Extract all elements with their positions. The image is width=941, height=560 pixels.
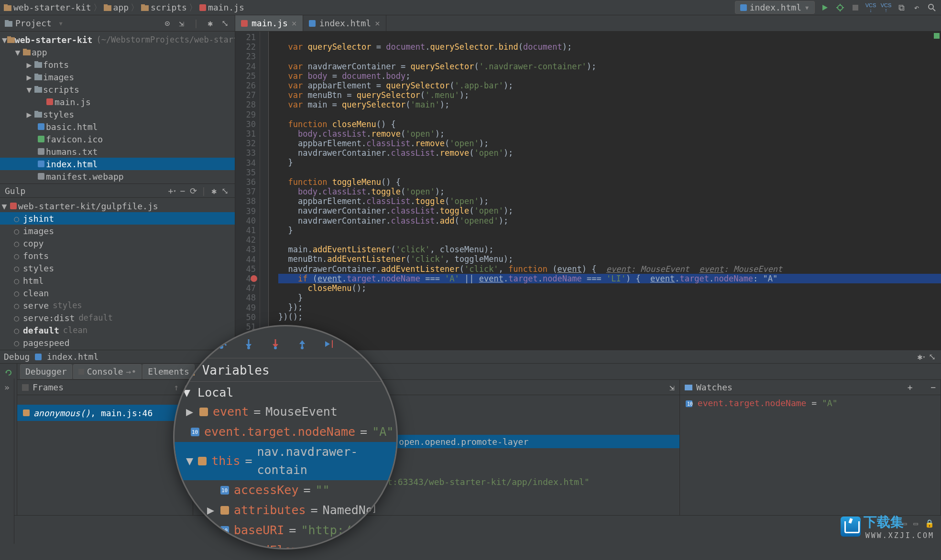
frames-pane: Frames↑↓ anonymous(), main.js:46 — [17, 380, 193, 515]
svg-rect-66 — [685, 385, 692, 390]
revert-icon[interactable]: ↶ — [911, 2, 922, 13]
svg-rect-83 — [199, 408, 208, 416]
tab-debugger[interactable]: Debugger — [20, 364, 72, 379]
svg-rect-7 — [740, 4, 747, 11]
tab-elements[interactable]: Elements — [142, 364, 195, 379]
add-watch-icon[interactable]: + — [908, 382, 913, 392]
svg-point-70 — [219, 345, 223, 349]
chevron-right-icon: 〉 — [93, 2, 102, 13]
svg-rect-35 — [38, 161, 44, 167]
locate-icon[interactable]: ⊙ — [162, 18, 173, 29]
breadcrumb-item[interactable]: main.js — [199, 2, 244, 12]
breadcrumb-item[interactable]: app — [104, 2, 129, 12]
svg-rect-28 — [34, 86, 38, 88]
debug-title: Debug — [4, 352, 30, 362]
add-icon[interactable]: +▾ — [167, 185, 177, 196]
breadcrumb-item[interactable]: web-starter-kit — [4, 2, 91, 12]
search-icon[interactable] — [927, 2, 937, 13]
hide-icon[interactable]: ⤡ — [927, 352, 937, 362]
svg-rect-31 — [34, 111, 38, 113]
magnifier-overlay: ▭ Variables ▼ Local ▶ event = MouseEvent… — [173, 325, 398, 549]
gulp-panel-header[interactable]: Gulp +▾ − ⟳ | ✱ ⤡ — [0, 183, 235, 198]
vcs-commit-icon[interactable]: VCS↑ — [881, 2, 891, 13]
step-into-icon[interactable] — [241, 337, 256, 351]
watermark-logo-icon — [841, 517, 861, 537]
rerun-button[interactable] — [2, 366, 15, 379]
close-icon[interactable]: × — [292, 18, 297, 28]
svg-rect-20 — [7, 36, 11, 38]
gear-icon[interactable]: ✱ — [205, 18, 216, 29]
tab-index[interactable]: index.html× — [303, 15, 386, 31]
gear-icon[interactable]: ✱ — [209, 185, 219, 196]
svg-rect-51 — [78, 369, 84, 375]
breadcrumb-bar: web-starter-kit 〉 app 〉 scripts 〉 main.j… — [0, 0, 941, 15]
run-config-selector[interactable]: index.html ▾ — [735, 1, 815, 14]
svg-point-73 — [247, 346, 250, 349]
vcs-update-icon[interactable]: VCS↓ — [865, 2, 876, 13]
editor-tabs: main.js× index.html× — [235, 15, 941, 32]
gulp-tree[interactable]: ▼web-starter-kit/gulpfile.js ○jshint ○im… — [0, 198, 235, 350]
tab-mainjs[interactable]: main.js× — [235, 15, 303, 31]
run-to-cursor-icon[interactable] — [322, 337, 336, 351]
tab-console[interactable]: Console→• — [73, 364, 142, 379]
svg-marker-80 — [325, 341, 330, 347]
gear-icon[interactable]: ✱▾ — [916, 352, 927, 362]
code-area[interactable]: var querySelector = document.querySelect… — [269, 32, 941, 350]
svg-rect-52 — [22, 384, 29, 391]
svg-rect-53 — [23, 409, 30, 416]
project-tree[interactable]: ▼web-starter-kit(~/WebstormProjects/web-… — [0, 32, 235, 183]
svg-marker-8 — [822, 5, 828, 11]
svg-rect-92 — [220, 546, 229, 549]
svg-point-79 — [301, 346, 304, 349]
svg-point-76 — [274, 346, 277, 349]
svg-rect-14 — [853, 5, 858, 11]
watches-pane: Watches+ − 10 event.target.nodeName = "A… — [680, 380, 941, 515]
svg-line-16 — [933, 9, 935, 11]
svg-rect-42 — [35, 354, 42, 360]
hide-icon[interactable]: ⤡ — [219, 18, 230, 29]
prev-frame-icon[interactable]: ↑ — [174, 382, 179, 392]
toolbar-icon[interactable]: ⧉ — [896, 2, 907, 13]
svg-rect-34 — [38, 148, 44, 155]
tree-item-selected[interactable]: index.html — [0, 158, 235, 170]
svg-text:10: 10 — [221, 548, 228, 549]
remove-watch-icon[interactable]: − — [930, 382, 936, 392]
watch-item[interactable]: 10 event.target.nodeName = "A" — [680, 395, 941, 411]
svg-rect-89 — [220, 506, 229, 515]
remove-icon[interactable]: − — [177, 185, 188, 196]
svg-rect-29 — [46, 98, 53, 105]
project-sidebar: Project▾ ⊙ ⇲ | ✱ ⤡ ▼web-starter-kit(~/We… — [0, 15, 235, 350]
debug-target: index.html — [47, 352, 98, 362]
debug-button[interactable] — [835, 2, 845, 13]
svg-rect-26 — [34, 74, 38, 75]
svg-text:10: 10 — [192, 429, 198, 435]
stop-button[interactable] — [850, 2, 861, 13]
run-button[interactable] — [820, 2, 830, 13]
project-selector[interactable]: Project▾ — [5, 18, 162, 28]
svg-text:10: 10 — [221, 487, 228, 494]
chevron-right-icon: 〉 — [131, 2, 139, 13]
collapse-icon[interactable]: ⇲ — [176, 18, 187, 29]
force-step-into-icon[interactable] — [268, 337, 283, 351]
svg-rect-39 — [10, 203, 17, 209]
tw-button[interactable]: » — [1, 381, 13, 393]
step-out-icon[interactable] — [295, 337, 309, 351]
breadcrumb-item[interactable]: scripts — [141, 2, 187, 12]
hide-icon[interactable]: ⤡ — [219, 185, 230, 196]
svg-rect-1 — [4, 4, 8, 6]
restore-icon[interactable]: ⇲ — [669, 382, 675, 392]
svg-rect-22 — [23, 49, 27, 51]
code-editor[interactable]: main.js× index.html× 2122232425262728293… — [235, 15, 941, 350]
close-icon[interactable]: × — [375, 18, 380, 28]
stack-frame[interactable]: anonymous(), main.js:46 — [17, 405, 193, 421]
watermark: 下载集 WWW.XZJI.COM — [841, 513, 934, 540]
fold-gutter[interactable] — [260, 32, 269, 350]
line-gutter[interactable]: 2122232425262728293031323334353637383940… — [235, 32, 260, 350]
inspection-indicator[interactable] — [934, 33, 940, 39]
svg-marker-78 — [299, 340, 305, 344]
refresh-icon[interactable]: ⟳ — [188, 185, 198, 196]
svg-rect-32 — [38, 123, 44, 130]
svg-rect-86 — [198, 457, 207, 465]
svg-rect-3 — [104, 4, 108, 6]
tool-window-stripe: » — [0, 378, 14, 544]
